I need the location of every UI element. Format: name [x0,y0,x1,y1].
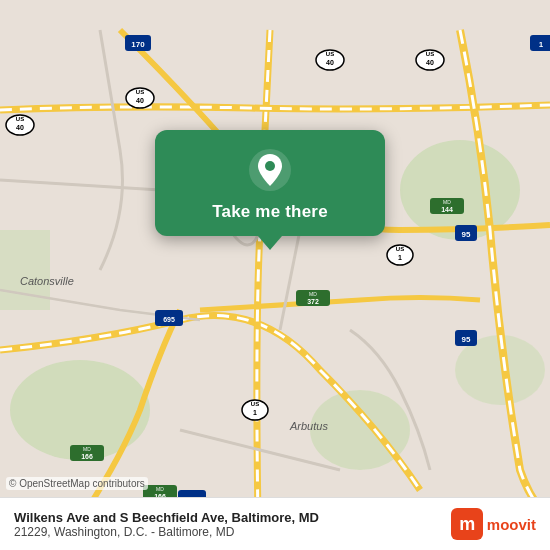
svg-text:US: US [326,51,334,57]
bottom-bar: Wilkens Ave and S Beechfield Ave, Baltim… [0,497,550,550]
map-container: 170 US 40 US 40 US 40 US 40 US 1 US 1 95… [0,0,550,550]
map-background: 170 US 40 US 40 US 40 US 40 US 1 US 1 95… [0,0,550,550]
callout-label: Take me there [212,202,328,222]
osm-attribution-text: © OpenStreetMap contributors [9,478,145,489]
svg-text:40: 40 [136,97,144,104]
svg-text:695: 695 [163,316,175,323]
svg-text:MD: MD [443,199,451,205]
svg-text:MD: MD [309,291,317,297]
svg-text:1: 1 [539,40,544,49]
svg-text:95: 95 [462,230,471,239]
svg-text:144: 144 [441,206,453,213]
svg-text:170: 170 [131,40,145,49]
moovit-logo: m moovit [451,508,536,540]
svg-text:40: 40 [426,59,434,66]
svg-text:1: 1 [253,409,257,416]
svg-text:US: US [136,89,144,95]
osm-attribution: © OpenStreetMap contributors [6,477,148,490]
svg-text:US: US [396,246,404,252]
svg-text:MD: MD [83,446,91,452]
svg-text:372: 372 [307,298,319,305]
svg-text:Arbutus: Arbutus [289,420,328,432]
svg-text:Catonsville: Catonsville [20,275,74,287]
svg-text:MD: MD [156,486,164,492]
svg-text:40: 40 [326,59,334,66]
address-block: Wilkens Ave and S Beechfield Ave, Baltim… [14,510,439,539]
svg-text:166: 166 [81,453,93,460]
address-line2: 21229, Washington, D.C. - Baltimore, MD [14,525,439,539]
location-pin-icon [248,148,292,192]
svg-point-54 [265,161,275,171]
svg-text:US: US [16,116,24,122]
svg-text:US: US [251,401,259,407]
address-line1: Wilkens Ave and S Beechfield Ave, Baltim… [14,510,439,525]
svg-text:1: 1 [398,254,402,261]
svg-text:95: 95 [462,335,471,344]
callout-popup[interactable]: Take me there [155,130,385,236]
svg-text:40: 40 [16,124,24,131]
moovit-m-icon: m [451,508,483,540]
moovit-brand-text: moovit [487,516,536,533]
svg-text:US: US [426,51,434,57]
